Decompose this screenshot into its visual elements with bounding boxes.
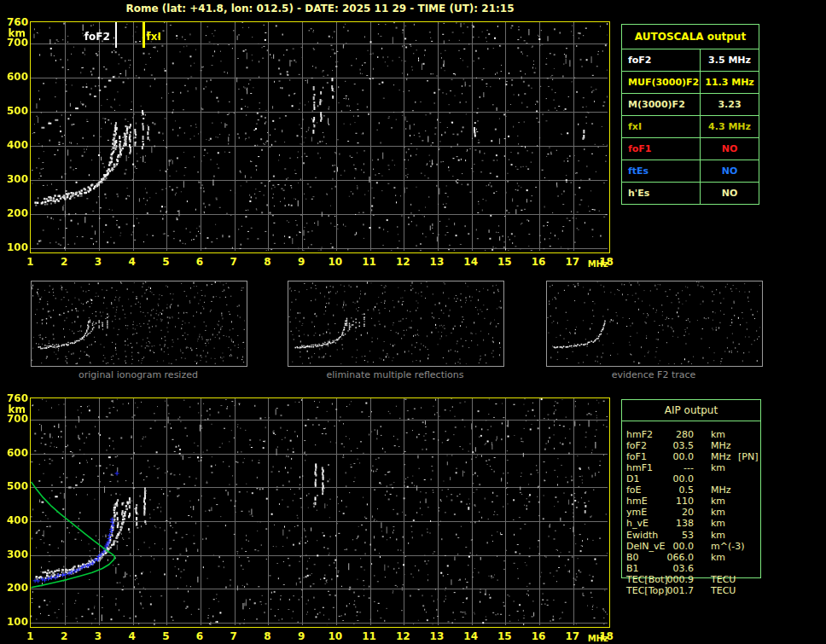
y-tick-label: 760 bbox=[0, 392, 28, 404]
x-tick-label: 2 bbox=[51, 630, 77, 642]
x-tick-label: 15 bbox=[492, 256, 517, 268]
autoscala-row-value: NO bbox=[701, 138, 759, 160]
x-tick-label: 9 bbox=[288, 256, 314, 268]
aip-row-delnve: DelN_vE00.0m^(-3) bbox=[621, 541, 771, 552]
thumbnail-evidence-f2 bbox=[546, 281, 763, 367]
autoscala-row-value: NO bbox=[701, 160, 759, 182]
aip-row-fof2: foF203.5MHz bbox=[621, 440, 771, 451]
marker-label-fxi: fxI bbox=[147, 32, 161, 43]
aip-param-unit: km bbox=[711, 552, 725, 563]
y-axis-unit-label: km bbox=[0, 403, 26, 415]
x-tick-label: 10 bbox=[323, 256, 348, 268]
aip-param-unit: km bbox=[711, 429, 725, 440]
x-tick-label: 1 bbox=[18, 630, 44, 642]
y-tick-label: 400 bbox=[0, 139, 28, 151]
aip-row-ewidth: Ewidth53km bbox=[621, 530, 771, 541]
thumbnail-eliminate-reflections bbox=[288, 281, 504, 367]
autoscala-row-value: 3.23 bbox=[701, 94, 759, 115]
page-title: Rome (lat: +41.8, lon: 012.5) - DATE: 20… bbox=[30, 3, 610, 15]
y-tick-label: 600 bbox=[0, 71, 28, 83]
x-tick-label: 6 bbox=[187, 630, 212, 642]
thumbnail-evidence-canvas bbox=[547, 281, 760, 364]
aip-param-value: 20 bbox=[638, 507, 694, 518]
aip-param-name: B0 bbox=[626, 552, 639, 563]
autoscala-row-hes: h'EsNO bbox=[622, 182, 759, 204]
thumbnail-caption-evidence: evidence F2 trace bbox=[546, 369, 761, 380]
autoscala-row-label: h'Es bbox=[622, 183, 701, 204]
x-axis-unit-label: MHz bbox=[588, 259, 608, 270]
autoscala-row-m3000f2: M(3000)F23.23 bbox=[622, 93, 759, 115]
x-tick-label: 14 bbox=[458, 256, 484, 268]
autoscala-row-ftes: ftEsNO bbox=[622, 160, 759, 182]
aip-param-unit: MHz bbox=[711, 484, 731, 496]
autoscala-row-fof1: foF1NO bbox=[622, 137, 759, 160]
autoscala-row-label: foF1 bbox=[622, 138, 701, 160]
aip-row-yme: ymE20km bbox=[621, 507, 771, 518]
x-tick-label: 16 bbox=[526, 256, 551, 268]
top-ionogram-plot bbox=[30, 21, 610, 253]
x-tick-label: 7 bbox=[221, 256, 247, 268]
x-tick-label: 9 bbox=[288, 630, 314, 642]
x-tick-label: 4 bbox=[119, 256, 145, 268]
aip-param-unit: km bbox=[711, 496, 725, 507]
aip-row-d1: D100.0 bbox=[621, 473, 771, 484]
aip-param-unit: m^(-3) bbox=[711, 541, 744, 552]
y-tick-label: 200 bbox=[0, 582, 28, 594]
x-tick-label: 16 bbox=[526, 630, 551, 642]
x-tick-label: 4 bbox=[119, 630, 145, 642]
aip-row-hve: h_vE138km bbox=[621, 518, 771, 529]
x-tick-label: 14 bbox=[458, 630, 484, 642]
autoscala-screen: Rome (lat: +41.8, lon: 012.5) - DATE: 20… bbox=[0, 0, 826, 644]
y-tick-label: 300 bbox=[0, 548, 28, 560]
autoscala-row-label: fxI bbox=[622, 116, 701, 137]
aip-row-fof1: foF100.0MHz[PN] bbox=[621, 451, 771, 462]
x-tick-label: 13 bbox=[424, 630, 450, 642]
thumbnail-original-ionogram bbox=[31, 281, 247, 367]
autoscala-row-fxi: fxI4.3 MHz bbox=[622, 115, 759, 137]
x-tick-label: 12 bbox=[390, 256, 416, 268]
y-axis-unit-label: km bbox=[0, 27, 26, 39]
y-tick-label: 100 bbox=[0, 616, 28, 628]
aip-param-unit: km bbox=[711, 530, 725, 541]
x-tick-label: 11 bbox=[357, 630, 382, 642]
marker-label-fof2: foF2 bbox=[84, 32, 110, 43]
bottom-ionogram-canvas bbox=[31, 398, 608, 625]
y-tick-label: 100 bbox=[0, 241, 28, 253]
aip-row-b0: B0066.0km bbox=[621, 552, 771, 563]
autoscala-row-muf3000f2: MUF(3000)F211.3 MHz bbox=[622, 71, 759, 93]
x-tick-label: 11 bbox=[357, 256, 382, 268]
autoscala-output-rows: foF23.5 MHzMUF(3000)F211.3 MHzM(3000)F23… bbox=[622, 49, 759, 204]
aip-param-value: 00.0 bbox=[638, 541, 694, 552]
aip-param-unit: km bbox=[711, 462, 725, 473]
autoscala-row-value: 11.3 MHz bbox=[701, 72, 759, 93]
autoscala-output-panel: AUTOSCALA output foF23.5 MHzMUF(3000)F21… bbox=[621, 24, 759, 205]
x-tick-label: 12 bbox=[390, 630, 416, 642]
aip-row-hmf1: hmF1---km bbox=[621, 462, 771, 473]
x-tick-label: 3 bbox=[85, 630, 111, 642]
aip-row-hme: hmE110km bbox=[621, 496, 771, 507]
aip-param-unit: km bbox=[711, 507, 725, 518]
x-tick-label: 1 bbox=[18, 256, 44, 268]
autoscala-row-label: foF2 bbox=[622, 49, 701, 71]
aip-param-note: [PN] bbox=[738, 451, 758, 462]
aip-param-unit: MHz bbox=[711, 451, 731, 462]
y-tick-label: 500 bbox=[0, 105, 28, 117]
x-tick-label: 10 bbox=[323, 630, 348, 642]
aip-output-header: AIP output bbox=[622, 400, 760, 421]
y-tick-label: 300 bbox=[0, 173, 28, 185]
autoscala-row-value: 3.5 MHz bbox=[701, 49, 759, 71]
aip-param-value: 00.0 bbox=[638, 473, 694, 484]
thumbnail-eliminate-canvas bbox=[288, 281, 502, 364]
aip-param-value: --- bbox=[638, 462, 694, 473]
y-tick-label: 200 bbox=[0, 207, 28, 219]
aip-param-value: 00.0 bbox=[638, 451, 694, 462]
aip-param-value: 03.6 bbox=[638, 563, 694, 574]
thumbnail-original-canvas bbox=[32, 281, 245, 364]
aip-param-unit: TECU bbox=[711, 585, 736, 596]
aip-row-hmf2: hmF2280km bbox=[621, 429, 771, 440]
autoscala-row-value: NO bbox=[701, 183, 759, 204]
autoscala-row-label: M(3000)F2 bbox=[622, 94, 701, 115]
thumbnail-caption-original: original ionogram resized bbox=[31, 369, 246, 380]
aip-param-unit: MHz bbox=[711, 440, 731, 451]
autoscala-row-value: 4.3 MHz bbox=[701, 116, 759, 137]
